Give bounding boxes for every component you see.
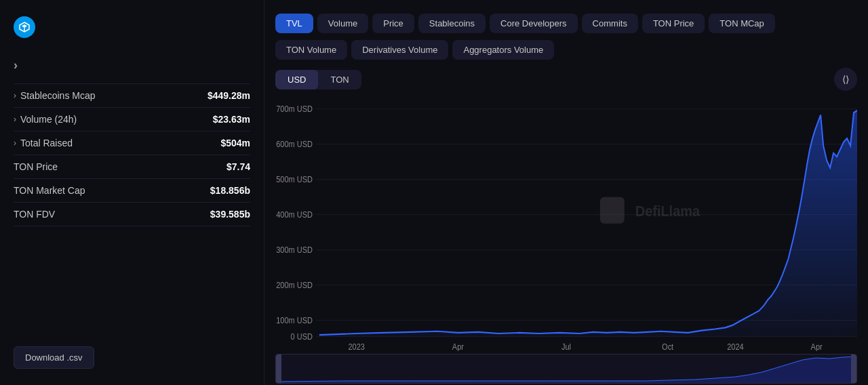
stat-label-text: TON Market Cap [14,185,85,196]
tab-stablecoins-button[interactable]: Stablecoins [418,14,486,33]
range-handle-left[interactable] [276,354,281,383]
currency-usd-button[interactable]: USD [275,70,318,89]
svg-text:300m USD: 300m USD [276,246,313,254]
logo-row [14,16,250,38]
stats-section: ›Stablecoins Mcap$449.28m›Volume (24h)$2… [14,83,250,226]
stat-row[interactable]: ›Total Raised$504m [14,131,250,155]
stat-value: $449.28m [208,90,250,101]
stat-row: TON FDV$39.585b [14,203,250,226]
svg-text:600m USD: 600m USD [276,140,313,148]
tvl-value-row: › [14,58,250,73]
stat-row[interactable]: ›Stablecoins Mcap$449.28m [14,83,250,108]
svg-text:Apr: Apr [452,342,464,350]
download-csv-button[interactable]: Download .csv [14,346,94,369]
stat-label: ›Stablecoins Mcap [14,90,96,101]
tabs-row-2: TON VolumeDerivatives VolumeAggregators … [275,40,857,60]
stat-value: $7.74 [226,161,250,172]
stat-label-text: TON Price [14,161,58,172]
svg-text:700m USD: 700m USD [276,105,313,113]
tab-commits-button[interactable]: Commits [582,14,638,33]
svg-text:2023: 2023 [349,342,365,350]
tab-ton-price-button[interactable]: TON Price [642,14,705,33]
stat-label-text: Total Raised [20,138,73,148]
svg-text:200m USD: 200m USD [276,281,313,289]
stat-row: TON Market Cap$18.856b [14,179,250,203]
stat-label: ›Volume (24h) [14,114,77,125]
chart-svg: 700m USD 600m USD 500m USD 400m USD 300m… [275,102,857,351]
range-selector-svg [276,354,856,384]
stat-arrow-icon: › [14,91,16,100]
stat-label-text: Volume (24h) [20,114,77,125]
currency-ton-button[interactable]: TON [318,70,361,89]
ton-logo-icon [14,16,35,38]
stat-label: ›Total Raised [14,138,73,148]
tab-derivatives-volume-button[interactable]: Derivatives Volume [351,40,448,60]
stat-value: $504m [220,138,250,148]
stat-row[interactable]: ›Volume (24h)$23.63m [14,108,250,131]
stat-label-text: Stablecoins Mcap [20,90,96,101]
svg-rect-25 [600,197,625,224]
tab-tvl-button[interactable]: TVL [275,14,313,33]
expand-button[interactable]: ⟨⟩ [834,68,857,91]
right-panel: TVLVolumePriceStablecoinsCore Developers… [264,0,868,385]
tab-volume-button[interactable]: Volume [317,14,368,33]
stat-row: TON Price$7.74 [14,155,250,179]
stat-value: $23.63m [213,114,250,125]
stat-value: $39.585b [210,209,250,220]
stat-label: TON Market Cap [14,185,85,196]
tvl-arrow-icon: › [14,58,18,73]
stat-value: $18.856b [210,185,250,196]
svg-text:0 USD: 0 USD [291,332,313,340]
tab-price-button[interactable]: Price [372,14,414,33]
svg-marker-1 [22,24,27,28]
stat-label-text: TON FDV [14,209,55,220]
tabs-row-1: TVLVolumePriceStablecoinsCore Developers… [275,14,857,33]
svg-text:Jul: Jul [561,342,571,350]
tab-core-developers-button[interactable]: Core Developers [490,14,578,33]
chart-container: 700m USD 600m USD 500m USD 400m USD 300m… [275,102,857,385]
range-selector[interactable] [275,354,857,384]
tab-ton-mcap-button[interactable]: TON MCap [709,14,775,33]
stat-label: TON Price [14,161,58,172]
tab-ton-volume-button[interactable]: TON Volume [275,40,347,60]
range-handle-right[interactable] [851,354,856,383]
stat-arrow-icon: › [14,115,16,124]
left-panel: › ›Stablecoins Mcap$449.28m›Volume (24h)… [0,0,264,385]
svg-text:500m USD: 500m USD [276,176,313,184]
svg-text:2024: 2024 [727,342,744,350]
chart-main: 700m USD 600m USD 500m USD 400m USD 300m… [275,102,857,351]
currency-row: USD TON ⟨⟩ [275,68,857,91]
stat-label: TON FDV [14,209,55,220]
svg-text:Oct: Oct [662,342,674,350]
expand-icon: ⟨⟩ [842,74,849,85]
svg-text:Apr: Apr [811,342,823,350]
svg-text:DefiLlama: DefiLlama [635,203,701,219]
tab-aggregators-volume-button[interactable]: Aggregators Volume [452,40,554,60]
currency-group: USD TON [275,70,361,89]
stat-arrow-icon: › [14,138,16,148]
svg-text:400m USD: 400m USD [276,211,313,219]
svg-text:100m USD: 100m USD [276,316,313,324]
